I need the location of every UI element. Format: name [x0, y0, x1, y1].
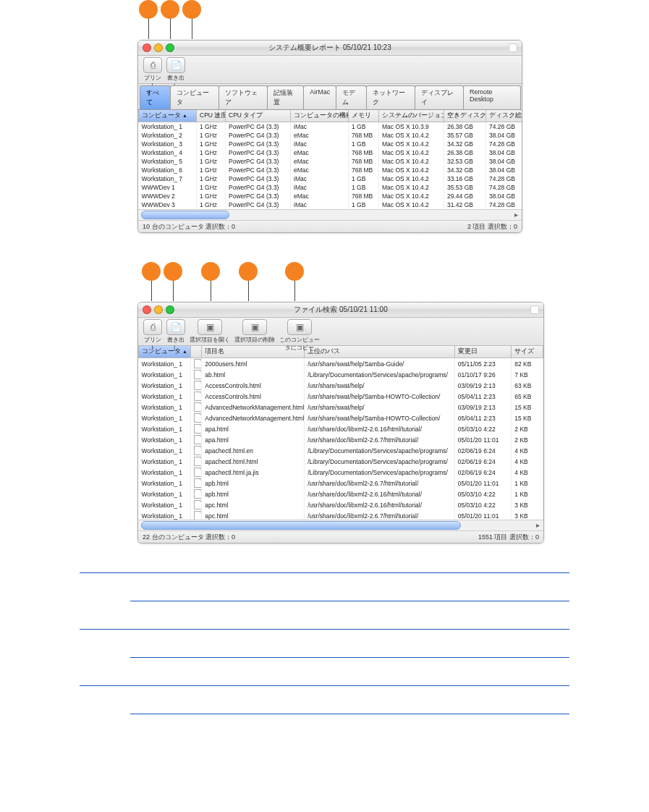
delete-selection-button[interactable]: ▣選択項目の削除 — [234, 319, 276, 344]
cell: 02/06/19 6:24 — [454, 467, 512, 478]
column-header[interactable]: CPU 速度 — [197, 110, 226, 122]
titlebar[interactable]: ファイル検索 05/10/21 11:00 — [138, 303, 543, 318]
cell: WWWDev 1 — [139, 183, 197, 192]
cell — [191, 369, 202, 380]
cell: Workstation_ 5 — [139, 157, 197, 166]
column-header[interactable]: メモリ — [349, 110, 379, 122]
cell: Mac OS X 10.4.2 — [379, 166, 444, 174]
table-row[interactable]: Workstation_ 1apc.html/usr/share/doc/lib… — [139, 510, 543, 520]
cell: PowerPC G4 (3.3) — [226, 131, 291, 140]
cell: 2 KB — [512, 423, 543, 434]
cell: 2000users.html — [202, 358, 305, 370]
tab-1[interactable]: コンピュータ — [170, 85, 219, 109]
tab-5[interactable]: モデム — [336, 85, 367, 109]
table-row[interactable]: Workstation_ 41 GHzPowerPC G4 (3.3)eMac7… — [139, 148, 522, 157]
table-row[interactable]: WWWDev 21 GHzPowerPC G4 (3.3)eMac768 MBM… — [139, 192, 522, 200]
table-row[interactable]: Workstation_ 1AdvancedNetworkManagement.… — [139, 413, 543, 423]
cell: 05/03/10 4:22 — [454, 489, 512, 499]
window-title: システム概要レポート 05/10/21 10:23 — [138, 43, 522, 53]
tab-2[interactable]: ソフトウェア — [219, 85, 268, 109]
column-header[interactable]: 変更日 — [454, 346, 512, 358]
table-row[interactable]: Workstation_ 1AccessControls.html/usr/sh… — [139, 391, 543, 402]
cell — [191, 380, 202, 391]
cell: PowerPC G4 (3.3) — [226, 183, 291, 192]
table-row[interactable]: Workstation_ 1apa.html/usr/share/doc/lib… — [139, 434, 543, 445]
status-left: 10 台のコンピュータ 選択数：0 — [143, 222, 235, 232]
tab-8[interactable]: Remote Desktop — [463, 85, 521, 109]
cell: 38.04 GB — [486, 148, 522, 157]
cell: apachectl.html.en — [202, 445, 305, 456]
column-header[interactable] — [191, 346, 202, 358]
cell: 74.28 GB — [486, 183, 522, 192]
cell: /usr/share/doc/libxml2-2.6.7/html/tutori… — [305, 478, 454, 489]
scroll-right-icon[interactable]: ▸ — [533, 521, 542, 530]
cell: Workstation_ 1 — [139, 391, 191, 402]
cell: 1 GB — [349, 140, 379, 148]
scrollbar-thumb[interactable] — [141, 211, 229, 219]
column-header[interactable]: 空きディスク容量 — [444, 110, 486, 122]
scroll-right-icon[interactable]: ▸ — [512, 211, 520, 219]
callout-dot — [161, 0, 179, 19]
table-row[interactable]: Workstation_ 1apb.html/usr/share/doc/lib… — [139, 489, 543, 499]
titlebar[interactable]: システム概要レポート 05/10/21 10:23 — [138, 41, 522, 56]
tab-7[interactable]: ディスプレイ — [415, 85, 464, 109]
cell: Workstation_ 7 — [139, 174, 197, 183]
horizontal-scrollbar[interactable]: ▸ — [138, 209, 522, 220]
table-row[interactable]: WWWDev 31 GHzPowerPC G4 (3.3)iMac1 GBMac… — [139, 200, 522, 209]
column-header[interactable]: システムのバージョン — [379, 110, 444, 122]
cell: 2 KB — [512, 434, 543, 445]
horizontal-scrollbar[interactable]: ▸ — [138, 520, 543, 530]
rule — [80, 572, 569, 573]
column-header[interactable]: ディスク総容量 — [486, 110, 522, 122]
cell: 82 KB — [512, 358, 543, 370]
table-row[interactable]: Workstation_ 51 GHzPowerPC G4 (3.3)eMac7… — [139, 157, 522, 166]
table-row[interactable]: Workstation_ 1apachectl.html.ja.jis/Libr… — [139, 467, 543, 478]
table-row[interactable]: WWWDev 11 GHzPowerPC G4 (3.3)iMac1 GBMac… — [139, 183, 522, 192]
report-table-scroll[interactable]: コンピュータ▲CPU 速度CPU タイプコンピュータの機種メモリシステムのバージ… — [138, 110, 522, 209]
cell: Workstation_ 2 — [139, 131, 197, 140]
cell: 1 GHz — [197, 157, 226, 166]
table-row[interactable]: Workstation_ 71 GHzPowerPC G4 (3.3)iMac1… — [139, 174, 522, 183]
column-header[interactable]: サイズ — [512, 346, 543, 358]
column-header[interactable]: コンピュータ▲ — [139, 346, 191, 358]
tab-4[interactable]: AirMac — [303, 85, 336, 109]
table-row[interactable]: Workstation_ 12000users.html/usr/share/s… — [139, 358, 543, 370]
table-row[interactable]: Workstation_ 11 GHzPowerPC G4 (3.3)iMac1… — [139, 122, 522, 132]
cell: 4 KB — [512, 456, 543, 467]
tab-3[interactable]: 記憶装置 — [267, 85, 304, 109]
file-icon — [194, 424, 202, 434]
table-row[interactable]: Workstation_ 1apachectl.html.html/Librar… — [139, 456, 543, 467]
table-row[interactable]: Workstation_ 1apachectl.html.en/Library/… — [139, 445, 543, 456]
table-row[interactable]: Workstation_ 1apc.html/usr/share/doc/lib… — [139, 499, 543, 510]
cell: 1 GHz — [197, 174, 226, 183]
status-bar: 22 台のコンピュータ 選択数：0 1551 項目 選択数：0 — [138, 530, 543, 543]
cell: 1 GB — [349, 122, 379, 132]
open-selection-button[interactable]: ▣選択項目を開く — [189, 319, 231, 344]
cell: 02/06/19 6:24 — [454, 456, 512, 467]
cell: Mac OS X 10.4.2 — [379, 192, 444, 200]
table-row[interactable]: Workstation_ 1apb.html/usr/share/doc/lib… — [139, 478, 543, 489]
cell: 34.32 GB — [444, 140, 486, 148]
cell: apa.html — [202, 423, 305, 434]
cell: WWWDev 2 — [139, 192, 197, 200]
column-header[interactable]: 上位のパス — [305, 346, 454, 358]
table-row[interactable]: Workstation_ 61 GHzPowerPC G4 (3.3)eMac7… — [139, 166, 522, 174]
cell: 26.38 GB — [444, 122, 486, 132]
tab-0[interactable]: すべて — [140, 85, 171, 109]
file-table-scroll[interactable]: コンピュータ▲項目名上位のパス変更日サイズWorkstation_ 12000u… — [138, 346, 543, 520]
table-row[interactable]: Workstation_ 1apa.html/usr/share/doc/lib… — [139, 423, 543, 434]
column-header[interactable]: コンピュータの機種 — [291, 110, 349, 122]
cell: 768 MB — [349, 148, 379, 157]
table-row[interactable]: Workstation_ 1AccessControls.html/usr/sh… — [139, 380, 543, 391]
file-icon — [194, 413, 202, 423]
tab-6[interactable]: ネットワーク — [366, 85, 415, 109]
cell: 1 GB — [349, 200, 379, 209]
column-header[interactable]: コンピュータ▲ — [139, 110, 197, 122]
column-header[interactable]: CPU タイプ — [226, 110, 291, 122]
category-tabs: すべてコンピュータソフトウェア記憶装置AirMacモデムネットワークディスプレイ… — [138, 84, 522, 110]
table-row[interactable]: Workstation_ 1ab.html/Library/Documentat… — [139, 369, 543, 380]
table-row[interactable]: Workstation_ 21 GHzPowerPC G4 (3.3)eMac7… — [139, 131, 522, 140]
table-row[interactable]: Workstation_ 31 GHzPowerPC G4 (3.3)iMac1… — [139, 140, 522, 148]
table-row[interactable]: Workstation_ 1AdvancedNetworkManagement.… — [139, 402, 543, 413]
scrollbar-thumb[interactable] — [141, 521, 461, 530]
